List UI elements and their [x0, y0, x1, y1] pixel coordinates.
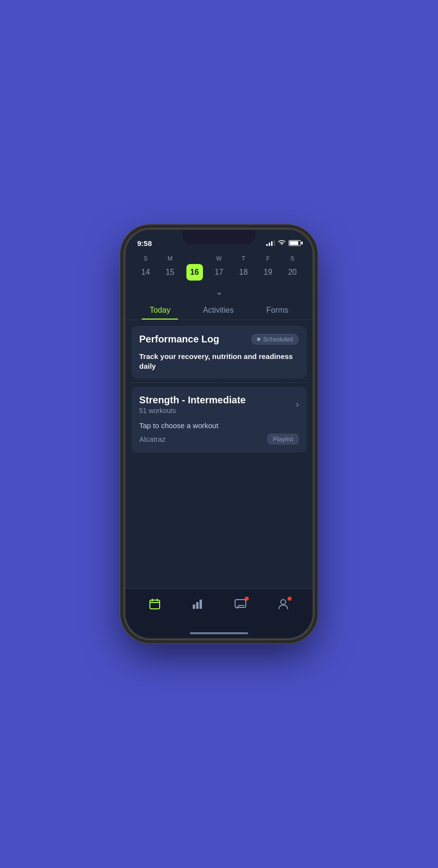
calendar-nav-icon — [148, 598, 161, 610]
strength-workout-count: 51 workouts — [139, 407, 246, 415]
tab-activities[interactable]: Activities — [195, 302, 241, 320]
calendar-expand-button[interactable]: ⌄ — [126, 283, 312, 298]
performance-log-body: Track your recovery, nutrition and readi… — [131, 352, 307, 378]
week-row: S 14 M 15 T 16 W 17 T 18 — [133, 255, 305, 281]
tab-today[interactable]: Today — [142, 302, 178, 320]
phone-device: 9:58 — [124, 228, 314, 640]
nav-item-chart[interactable] — [191, 598, 204, 610]
strength-body: Tap to choose a workout Alcatraz Playlis… — [131, 416, 307, 453]
playlist-badge[interactable]: Playlist — [267, 434, 299, 445]
svg-rect-0 — [150, 600, 160, 609]
calendar-header: S 14 M 15 T 16 W 17 T 18 — [126, 251, 312, 283]
scheduled-text: Scheduled — [263, 336, 293, 343]
phone-screen: 9:58 — [126, 230, 312, 638]
day-monday-15[interactable]: M 15 — [159, 255, 181, 281]
signal-icon — [266, 240, 275, 246]
performance-log-description: Track your recovery, nutrition and readi… — [139, 352, 293, 370]
playlist-row: Alcatraz Playlist — [139, 434, 299, 445]
status-icons — [266, 240, 301, 247]
strength-title: Strength - Intermediate — [139, 395, 246, 406]
main-content: Performance Log Scheduled Track your rec… — [126, 320, 312, 588]
scheduled-badge: Scheduled — [251, 334, 299, 345]
svg-rect-5 — [196, 602, 199, 609]
tab-forms[interactable]: Forms — [258, 302, 296, 320]
performance-log-header: Performance Log Scheduled — [131, 326, 307, 352]
svg-rect-4 — [193, 604, 195, 609]
status-time: 9:58 — [137, 239, 152, 247]
chart-nav-icon — [191, 598, 204, 610]
day-sunday-14[interactable]: S 14 — [135, 255, 156, 281]
strength-card[interactable]: Strength - Intermediate 51 workouts › Ta… — [131, 387, 307, 453]
chevron-right-icon: › — [296, 399, 299, 410]
nav-item-profile[interactable] — [277, 598, 290, 610]
phone-notch — [182, 230, 256, 245]
svg-rect-7 — [235, 600, 246, 607]
section-divider — [131, 382, 307, 383]
battery-icon — [289, 240, 301, 246]
day-wednesday-17[interactable]: W 17 — [208, 255, 230, 281]
home-indicator — [126, 628, 312, 638]
svg-point-8 — [281, 600, 286, 604]
scheduled-dot — [257, 338, 260, 341]
strength-title-group: Strength - Intermediate 51 workouts — [139, 395, 246, 415]
performance-log-title: Performance Log — [139, 334, 219, 345]
tap-to-choose-text: Tap to choose a workout — [139, 421, 299, 430]
performance-log-card[interactable]: Performance Log Scheduled Track your rec… — [131, 326, 307, 378]
day-saturday-20[interactable]: S 20 — [282, 255, 303, 281]
day-thursday-18[interactable]: T 18 — [233, 255, 254, 281]
profile-notification-dot — [288, 597, 292, 601]
day-tuesday-16[interactable]: T 16 — [184, 255, 205, 281]
nav-item-messages[interactable] — [234, 598, 247, 610]
tab-bar: Today Activities Forms — [126, 298, 312, 320]
strength-header: Strength - Intermediate 51 workouts › — [131, 387, 307, 416]
chevron-down-icon: ⌄ — [216, 286, 223, 297]
svg-rect-6 — [200, 600, 202, 609]
message-notification-dot — [245, 597, 249, 601]
nav-item-calendar[interactable] — [148, 598, 161, 610]
day-friday-19[interactable]: F 19 — [257, 255, 279, 281]
wifi-icon — [278, 240, 286, 247]
playlist-name: Alcatraz — [139, 435, 165, 443]
bottom-navigation — [126, 588, 312, 628]
